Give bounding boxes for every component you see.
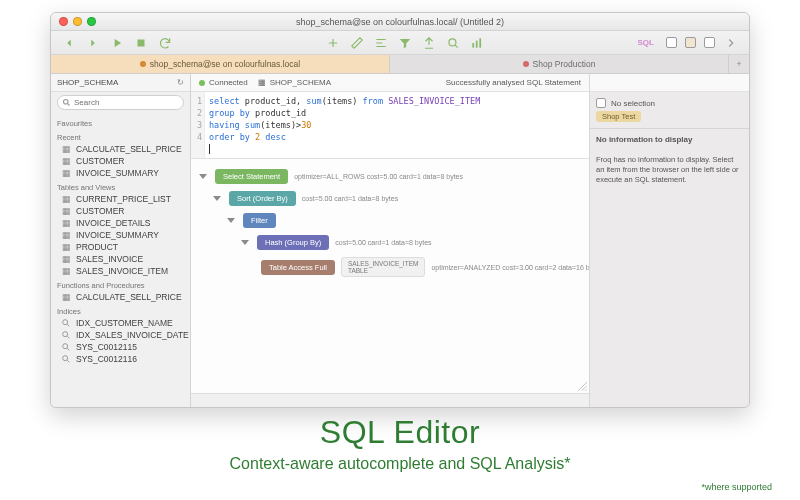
new-tab-button[interactable]: + — [729, 55, 749, 73]
show-sidebar-toggle[interactable] — [666, 37, 677, 48]
execution-plan[interactable]: Select Statement optimizer=ALL_ROWS cost… — [191, 159, 589, 393]
sidebar-item-recent[interactable]: ▦INVOICE_SUMMARY — [51, 167, 190, 179]
no-selection-label: No selection — [611, 99, 655, 108]
app-window: shop_schema@se on colourfulnas.local/ (U… — [50, 12, 750, 408]
main-panel: Connected ▦ SHOP_SCHEMA Successfully ana… — [191, 74, 589, 407]
sidebar-item-table[interactable]: ▦CUSTOMER — [51, 205, 190, 217]
search-input[interactable] — [57, 95, 184, 110]
info-body: Froq has no information to display. Sele… — [596, 155, 739, 184]
disclosure-icon[interactable] — [227, 218, 235, 223]
sidebar: SHOP_SCHEMA ↻ Favourites Recent ▦CALCULA… — [51, 74, 191, 407]
sidebar-item-table[interactable]: ▦INVOICE_DETAILS — [51, 217, 190, 229]
plan-node-sort[interactable]: Sort (Order By) — [229, 191, 296, 206]
sidebar-section-favourites: Favourites — [51, 115, 190, 129]
disclosure-icon[interactable] — [199, 174, 207, 179]
svg-point-1 — [449, 38, 456, 45]
sidebar-item-index[interactable]: IDX_CUSTOMER_NAME — [51, 317, 190, 329]
run-sql-button[interactable] — [109, 35, 125, 51]
sql-code[interactable]: select product_id, sum(items) from SALES… — [191, 92, 589, 158]
refresh-button[interactable] — [157, 35, 173, 51]
sql-mode-label: SQL — [638, 38, 654, 47]
inspector-body: No information to display Froq has no in… — [590, 129, 749, 407]
sidebar-item-recent[interactable]: ▦CUSTOMER — [51, 155, 190, 167]
svg-point-9 — [63, 356, 68, 361]
disclosure-icon[interactable] — [213, 196, 221, 201]
svg-rect-3 — [476, 40, 478, 47]
toolbar-right: SQL — [638, 35, 739, 51]
search-icon — [62, 98, 71, 107]
sidebar-item-table[interactable]: ▦PRODUCT — [51, 241, 190, 253]
sidebar-item-table[interactable]: ▦CURRENT_PRICE_LIST — [51, 193, 190, 205]
sidebar-item-function[interactable]: ▦CALCULATE_SELL_PRICE — [51, 291, 190, 303]
disclosure-icon[interactable] — [241, 240, 249, 245]
table-icon: ▦ — [61, 254, 71, 264]
sidebar-item-recent[interactable]: ▦CALCULATE_SELL_PRICE — [51, 143, 190, 155]
table-icon: ▦ — [61, 168, 71, 178]
find-button[interactable] — [445, 35, 461, 51]
window-title: shop_schema@se on colourfulnas.local/ (U… — [51, 17, 749, 27]
procedure-icon: ▦ — [61, 144, 71, 154]
promo-sub: Context-aware autocomplete and SQL Analy… — [0, 455, 800, 473]
schema-status[interactable]: ▦ SHOP_SCHEMA — [258, 78, 331, 87]
tab-status-dot — [140, 61, 146, 67]
show-inspector-toggle[interactable] — [685, 37, 696, 48]
content-area: SHOP_SCHEMA ↻ Favourites Recent ▦CALCULA… — [51, 74, 749, 407]
plan-node-filter[interactable]: Filter — [243, 213, 276, 228]
sql-editor[interactable]: 1 2 3 4 select product_id, sum(items) fr… — [191, 92, 589, 159]
stop-sql-button[interactable] — [133, 35, 149, 51]
svg-point-5 — [64, 100, 69, 105]
table-icon: ▦ — [61, 206, 71, 216]
index-icon — [61, 330, 71, 340]
export-button[interactable] — [421, 35, 437, 51]
table-icon: ▦ — [61, 266, 71, 276]
table-icon: ▦ — [258, 78, 266, 87]
toolbar-center — [325, 35, 485, 51]
status-message: Successfully analysed SQL Statement — [446, 78, 581, 87]
svg-rect-0 — [138, 39, 145, 46]
nav-back-button[interactable] — [61, 35, 77, 51]
sidebar-body[interactable]: Favourites Recent ▦CALCULATE_SELL_PRICE … — [51, 113, 190, 407]
refresh-schema-button[interactable]: ↻ — [177, 78, 184, 87]
sidebar-item-table[interactable]: ▦SALES_INVOICE_ITEM — [51, 265, 190, 277]
edit-item-button[interactable] — [349, 35, 365, 51]
plan-meta: optimizer=ALL_ROWS cost=5.00 card=1 data… — [294, 173, 463, 180]
plan-meta: cost=5.00 card=1 data=8 bytes — [335, 239, 431, 246]
plan-node-hash[interactable]: Hash (Group By) — [257, 235, 329, 250]
plan-node-select[interactable]: Select Statement — [215, 169, 288, 184]
stats-button[interactable] — [469, 35, 485, 51]
sidebar-section-recent: Recent — [51, 129, 190, 143]
resize-handle-icon[interactable] — [578, 382, 587, 391]
show-inspector-right-toggle[interactable] — [704, 37, 715, 48]
add-item-button[interactable] — [325, 35, 341, 51]
index-icon — [61, 342, 71, 352]
sidebar-item-table[interactable]: ▦INVOICE_SUMMARY — [51, 229, 190, 241]
nav-forward-button[interactable] — [85, 35, 101, 51]
filter-button[interactable] — [397, 35, 413, 51]
plan-meta: cost=5.00 card=1 data=8 bytes — [302, 195, 398, 202]
sidebar-item-index[interactable]: SYS_C0012116 — [51, 353, 190, 365]
document-tab-2[interactable]: Shop Production — [390, 55, 729, 73]
plan-node-access[interactable]: Table Access Full — [261, 260, 335, 275]
sidebar-item-index[interactable]: IDX_SALES_INVOICE_DATE — [51, 329, 190, 341]
sidebar-item-table[interactable]: ▦SALES_INVOICE — [51, 253, 190, 265]
tab-status-dot — [523, 61, 529, 67]
titlebar: shop_schema@se on colourfulnas.local/ (U… — [51, 13, 749, 31]
inspector: No selection Shop Test No information to… — [589, 74, 749, 407]
selection-checkbox[interactable] — [596, 98, 606, 108]
sidebar-search — [51, 92, 190, 113]
sidebar-header: SHOP_SCHEMA ↻ — [51, 74, 190, 92]
overflow-button[interactable] — [723, 35, 739, 51]
format-button[interactable] — [373, 35, 389, 51]
schema-name: SHOP_SCHEMA — [57, 78, 118, 87]
table-icon: ▦ — [61, 218, 71, 228]
tab-label: shop_schema@se on colourfulnas.local — [150, 59, 300, 69]
sidebar-item-index[interactable]: SYS_C0012115 — [51, 341, 190, 353]
plan-meta: optimizer=ANALYZED cost=3.00 card=2 data… — [431, 264, 589, 271]
table-icon: ▦ — [61, 156, 71, 166]
sidebar-section-tables: Tables and Views — [51, 179, 190, 193]
environment-tag[interactable]: Shop Test — [596, 111, 641, 122]
document-tab-1[interactable]: shop_schema@se on colourfulnas.local — [51, 55, 390, 73]
inspector-header: No selection Shop Test — [590, 92, 749, 129]
plan-ref-table[interactable]: SALES_INVOICE_ITEM TABLE — [341, 257, 425, 277]
sidebar-section-indices: Indices — [51, 303, 190, 317]
